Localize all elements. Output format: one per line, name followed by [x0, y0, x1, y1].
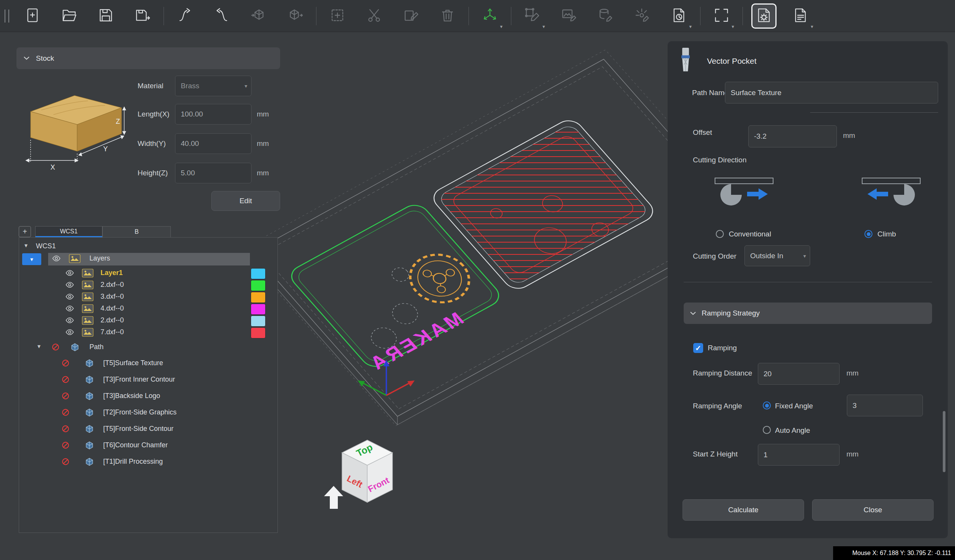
fixed-angle-radio-label[interactable]: Fixed Angle	[775, 402, 813, 410]
toolpath-row[interactable]: [T6]Contour Chamfer	[19, 440, 277, 452]
offset-input[interactable]: -3.2	[748, 125, 837, 147]
add-wcs-button[interactable]: +	[19, 226, 31, 237]
chevron-down-icon: ▾	[500, 24, 503, 29]
transform-3d-button[interactable]: ▾	[477, 3, 503, 29]
open-project-button[interactable]	[57, 3, 82, 29]
ramping-strategy-header[interactable]: Ramping Strategy	[684, 303, 932, 324]
visibility-eye-icon[interactable]	[65, 269, 74, 279]
cutting-order-select[interactable]: Outside In ▾	[744, 245, 810, 266]
path-group-row[interactable]: ▾ Path	[19, 342, 277, 354]
tree-root-row[interactable]: ▾ WCS1	[19, 241, 277, 253]
toolbar-drag-handle	[5, 10, 9, 23]
path-disabled-icon[interactable]	[61, 375, 70, 385]
fixed-angle-radio[interactable]	[763, 401, 771, 409]
layer-color-swatch[interactable]	[251, 292, 266, 303]
stock-section-header[interactable]: Stock	[16, 47, 280, 69]
layer-name[interactable]: 7.dxf--0	[101, 328, 124, 336]
view-cube[interactable]: Top Left Front	[342, 440, 392, 502]
visibility-eye-icon[interactable]	[65, 328, 74, 338]
edit-stock-button[interactable]: Edit	[211, 191, 280, 211]
import-vector-button[interactable]	[172, 3, 198, 29]
caret-down-icon[interactable]: ▾	[24, 242, 28, 249]
save-as-project-button[interactable]	[130, 3, 155, 29]
tab-wcs1[interactable]: WCS1	[35, 226, 102, 238]
layer-name[interactable]: 4.dxf--0	[101, 304, 124, 312]
layers-selection-caret[interactable]: ▾	[22, 253, 41, 265]
visibility-eye-icon[interactable]	[52, 254, 61, 264]
height-input[interactable]: 5.00	[175, 163, 251, 183]
layer-color-swatch[interactable]	[251, 304, 266, 315]
layer-color-swatch[interactable]	[251, 280, 266, 291]
layer-color-swatch[interactable]	[251, 327, 266, 338]
auto-angle-radio[interactable]	[763, 426, 771, 434]
layer-row[interactable]: 2.dxf--0	[19, 315, 277, 327]
layer-name[interactable]: 2.dxf--0	[101, 316, 124, 324]
toolpath-name[interactable]: [T5]Front-Side Contour	[103, 425, 173, 433]
material-select[interactable]: Brass ▾	[175, 76, 251, 96]
machine-settings-button[interactable]	[751, 3, 777, 29]
layer-name[interactable]: 2.dxf--0	[101, 281, 124, 289]
conventional-radio-label[interactable]: Conventional	[729, 230, 771, 238]
new-project-button[interactable]	[20, 3, 45, 29]
layer-color-swatch[interactable]	[251, 268, 266, 279]
laser-edit-button	[630, 3, 655, 29]
visibility-eye-icon[interactable]	[65, 292, 74, 303]
layer-name[interactable]: 3.dxf--0	[101, 293, 124, 301]
visibility-eye-icon[interactable]	[65, 316, 74, 326]
close-button[interactable]: Close	[812, 499, 934, 521]
import-vector-icon	[177, 7, 193, 24]
toolpath-row[interactable]: [T1]Drill Processing	[19, 456, 277, 468]
layer-row[interactable]: Layer1	[19, 267, 277, 280]
toolpath-name[interactable]: [T2]Front-Side Graphics	[103, 408, 177, 416]
path-disabled-icon[interactable]	[61, 392, 70, 402]
start-z-height-input[interactable]: 1	[758, 444, 840, 466]
toolpath-name[interactable]: [T3]Backside Logo	[103, 392, 160, 400]
layer-color-swatch[interactable]	[251, 316, 266, 327]
layer-row[interactable]: 4.dxf--0	[19, 303, 277, 315]
toolpath-name[interactable]: [T5]Surface Texture	[103, 359, 163, 367]
toolpath-hatch	[420, 126, 676, 279]
layer-row[interactable]: 7.dxf--0	[19, 327, 277, 339]
path-name-input[interactable]: Surface Texture	[725, 82, 938, 104]
home-arrow-icon[interactable]	[324, 486, 343, 509]
layer-name[interactable]: Layer1	[101, 269, 123, 277]
fixed-angle-input[interactable]: 3	[847, 395, 923, 416]
path-disabled-icon[interactable]	[61, 441, 70, 451]
gcode-preview-button[interactable]: ▾	[666, 3, 692, 29]
layers-group-row[interactable]: ▾ Layers	[19, 253, 277, 265]
path-disabled-icon[interactable]	[61, 457, 70, 468]
ramping-checkbox-label[interactable]: Ramping	[708, 344, 737, 352]
visibility-eye-icon[interactable]	[65, 280, 74, 291]
length-input[interactable]: 100.00	[175, 104, 251, 125]
auto-angle-radio-label[interactable]: Auto Angle	[775, 426, 810, 435]
toolpath-name[interactable]: [T1]Drill Processing	[103, 458, 163, 466]
fullscreen-button[interactable]: ▾	[709, 3, 734, 29]
ramping-checkbox[interactable]	[693, 343, 703, 353]
save-project-button[interactable]	[93, 3, 118, 29]
dialog-scrollbar[interactable]	[943, 411, 945, 472]
toolpath-row[interactable]: [T5]Front-Side Contour	[19, 423, 277, 435]
layer-row[interactable]: 3.dxf--0	[19, 291, 277, 303]
toolpath-name[interactable]: [T6]Contour Chamfer	[103, 441, 168, 449]
tab-b[interactable]: B	[102, 226, 171, 238]
toolpath-row[interactable]: [T3]Front Inner Contour	[19, 374, 277, 386]
path-disabled-icon[interactable]	[61, 408, 70, 418]
export-vector-button[interactable]	[209, 3, 234, 29]
post-settings-button[interactable]: ▾	[788, 3, 813, 29]
toolpath-row[interactable]: [T3]Backside Logo	[19, 390, 277, 403]
toolpath-row[interactable]: [T2]Front-Side Graphics	[19, 407, 277, 419]
toolbar-group: ▾	[751, 3, 813, 29]
conventional-radio[interactable]	[716, 230, 724, 238]
ramping-distance-input[interactable]: 20	[758, 363, 840, 385]
layer-row[interactable]: 2.dxf--0	[19, 279, 277, 291]
path-disabled-icon[interactable]	[61, 359, 70, 369]
width-input[interactable]: 40.00	[175, 133, 251, 154]
toolpath-name[interactable]: [T3]Front Inner Contour	[103, 375, 175, 384]
calculate-button[interactable]: Calculate	[683, 499, 804, 521]
climb-radio[interactable]	[864, 230, 872, 238]
climb-radio-label[interactable]: Climb	[877, 230, 896, 238]
visibility-eye-icon[interactable]	[65, 304, 74, 314]
caret-down-icon[interactable]: ▾	[37, 343, 41, 350]
path-disabled-icon[interactable]	[61, 424, 70, 435]
toolpath-row[interactable]: [T5]Surface Texture	[19, 358, 277, 370]
